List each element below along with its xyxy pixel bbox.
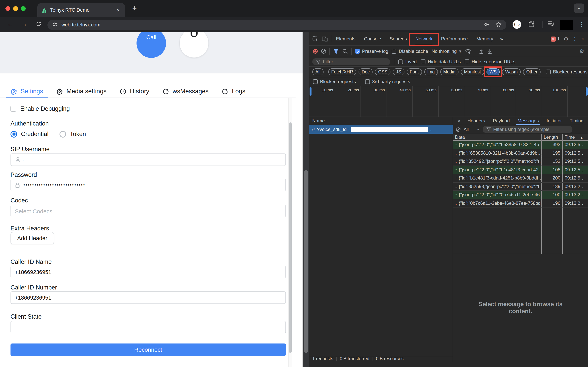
message-row[interactable]: ↓{"id":352593,"jsonrpc":"2.0","method":"… bbox=[453, 183, 588, 191]
error-badge[interactable]: ✕ 1 bbox=[550, 36, 560, 42]
add-header-button[interactable]: Add Header bbox=[10, 232, 54, 244]
tab-close-icon[interactable]: × bbox=[115, 7, 121, 13]
detail-tab-headers[interactable]: Headers bbox=[464, 117, 488, 125]
chip-font[interactable]: Font bbox=[407, 68, 422, 75]
third-party-requests-checkbox[interactable] bbox=[365, 79, 370, 84]
devtools-tab-memory[interactable]: Memory bbox=[472, 32, 497, 46]
chip-css[interactable]: CSS bbox=[375, 68, 391, 75]
preserve-log-toggle[interactable]: Preserve log bbox=[355, 49, 388, 54]
minimize-window-button[interactable] bbox=[13, 6, 18, 11]
message-row[interactable]: ↓{"id":"65385810-82f1-4b3b-80aa-8d9b… 19… bbox=[453, 149, 588, 157]
client-state-input[interactable] bbox=[10, 321, 286, 334]
detail-tab-timing[interactable]: Timing bbox=[567, 117, 587, 125]
message-row[interactable]: ↓{"id":"0b7c6a11-2ebe-46e3-87ee-758bd… 1… bbox=[453, 199, 588, 208]
caller-id-name-input[interactable]: +18669236951 bbox=[10, 266, 286, 278]
name-column-header[interactable]: Name bbox=[309, 117, 453, 125]
filter-funnel-icon[interactable] bbox=[333, 49, 339, 54]
devtools-close-icon[interactable]: × bbox=[581, 36, 584, 42]
radio-token-control[interactable] bbox=[59, 131, 66, 137]
chip-js[interactable]: JS bbox=[393, 68, 404, 75]
reconnect-button[interactable]: Reconnect bbox=[10, 343, 286, 356]
call-button[interactable]: Call bbox=[136, 32, 166, 58]
network-conditions-icon[interactable] bbox=[465, 49, 471, 54]
inspect-element-icon[interactable] bbox=[312, 36, 318, 42]
message-row[interactable]: ↓{"id":352492,"jsonrpc":"2.0","method":"… bbox=[453, 157, 588, 166]
page-scrollbar-thumb[interactable] bbox=[304, 170, 308, 353]
export-har-icon[interactable] bbox=[487, 49, 493, 54]
close-window-button[interactable] bbox=[5, 6, 10, 11]
form-scrollbar-thumb[interactable] bbox=[289, 122, 292, 353]
message-regex-filter-input[interactable]: Filter using regex (example bbox=[483, 126, 572, 133]
invert-toggle[interactable]: Invert bbox=[398, 59, 417, 65]
enable-debugging-checkbox[interactable] bbox=[10, 106, 16, 111]
site-settings-icon[interactable] bbox=[52, 22, 58, 28]
maximize-window-button[interactable] bbox=[21, 6, 26, 11]
detail-tab-payload[interactable]: Payload bbox=[490, 117, 513, 125]
address-bar[interactable]: webrtc.telnyx.com bbox=[47, 20, 506, 30]
chip-ws[interactable]: WS bbox=[486, 68, 500, 75]
chip-other[interactable]: Other bbox=[523, 68, 541, 75]
caller-id-number-input[interactable]: +18669236951 bbox=[10, 292, 286, 304]
bookmark-star-icon[interactable] bbox=[495, 21, 502, 29]
sip-username-input[interactable]: · bbox=[10, 153, 286, 166]
detail-tab-messages[interactable]: Messages bbox=[514, 117, 542, 125]
request-row-selected[interactable]: ⇄ ?voice_sdk_id= . bbox=[309, 125, 453, 134]
hide-extension-urls-checkbox[interactable] bbox=[465, 59, 469, 64]
radio-credential-control[interactable] bbox=[10, 131, 17, 137]
message-type-dropdown[interactable]: All ▼ bbox=[464, 127, 480, 132]
hangup-button[interactable] bbox=[179, 32, 209, 58]
blocked-requests-checkbox[interactable] bbox=[313, 79, 318, 84]
col-data[interactable]: Data bbox=[453, 134, 542, 140]
record-network-log-button[interactable] bbox=[313, 49, 318, 54]
browser-menu-icon[interactable]: ⋮ bbox=[579, 21, 585, 28]
message-row[interactable]: ↑{"jsonrpc":"2.0","id":"65385810-82f1-4b… bbox=[453, 141, 588, 149]
disable-cache-checkbox[interactable] bbox=[392, 49, 396, 54]
network-overview-timeline[interactable]: 10 ms 20 ms 30 ms 40 ms 50 ms 60 ms 70 m… bbox=[309, 86, 588, 117]
codec-select[interactable]: Select Codecs bbox=[10, 205, 286, 217]
detail-tab-initiator[interactable]: Initiator bbox=[544, 117, 565, 125]
import-har-icon[interactable] bbox=[479, 49, 484, 54]
password-input[interactable]: •••••••••••••••••••••••••••• bbox=[10, 179, 286, 191]
page-scrollbar[interactable] bbox=[303, 32, 309, 367]
hide-extension-urls-toggle[interactable]: Hide extension URLs bbox=[465, 59, 515, 65]
devtools-tab-sources[interactable]: Sources bbox=[386, 32, 411, 46]
disable-cache-toggle[interactable]: Disable cache bbox=[392, 49, 428, 54]
preserve-log-checkbox[interactable] bbox=[355, 49, 360, 54]
devtools-tab-network[interactable]: Network bbox=[411, 32, 436, 46]
blocked-response-cookies-toggle[interactable]: Blocked response cookies bbox=[546, 69, 588, 75]
devtools-tab-elements[interactable]: Elements bbox=[332, 32, 359, 46]
media-controls-icon[interactable] bbox=[547, 21, 554, 28]
invert-checkbox[interactable] bbox=[398, 59, 403, 64]
devtools-settings-gear-icon[interactable]: ⚙ bbox=[564, 36, 569, 42]
chip-media[interactable]: Media bbox=[440, 68, 459, 75]
chip-doc[interactable]: Doc bbox=[358, 68, 373, 75]
chip-fetch-xhr[interactable]: Fetch/XHR bbox=[328, 68, 356, 75]
col-length[interactable]: Length bbox=[542, 134, 563, 140]
browser-tab[interactable]: Telnyx RTC Demo × bbox=[37, 3, 125, 17]
timeline-left-handle[interactable] bbox=[310, 87, 312, 96]
timeline-right-handle[interactable] bbox=[586, 87, 588, 96]
third-party-requests-toggle[interactable]: 3rd-party requests bbox=[365, 79, 410, 84]
tab-media-settings[interactable]: Media settings bbox=[56, 85, 107, 98]
network-filter-input[interactable]: Filter bbox=[312, 58, 390, 65]
devtools-tab-performance[interactable]: Performance bbox=[437, 32, 471, 46]
radio-token[interactable]: Token bbox=[59, 131, 86, 138]
chip-all[interactable]: All bbox=[312, 68, 324, 75]
chip-wasm[interactable]: Wasm bbox=[502, 68, 521, 75]
chip-manifest[interactable]: Manifest bbox=[461, 68, 484, 75]
radio-credential[interactable]: Credential bbox=[10, 131, 48, 138]
chip-img[interactable]: Img bbox=[424, 68, 438, 75]
reload-icon[interactable] bbox=[36, 21, 42, 28]
throttling-dropdown[interactable]: No throttling ▾ bbox=[432, 49, 461, 54]
hide-data-urls-toggle[interactable]: Hide data URLs bbox=[421, 59, 461, 65]
tab-wsmessages[interactable]: wsMessages bbox=[162, 85, 209, 98]
devtools-menu-icon[interactable]: ⋮ bbox=[572, 36, 577, 42]
devtools-tab-console[interactable]: Console bbox=[360, 32, 385, 46]
hide-data-urls-checkbox[interactable] bbox=[421, 59, 426, 64]
window-chevron-icon[interactable]: ⌄ bbox=[574, 3, 584, 13]
extensions-puzzle-icon[interactable] bbox=[528, 21, 535, 29]
form-scrollbar[interactable] bbox=[288, 98, 292, 367]
detail-close-icon[interactable]: × bbox=[455, 118, 463, 124]
extension-code-icon[interactable]: {…} bbox=[512, 20, 521, 29]
tab-history[interactable]: History bbox=[120, 85, 149, 98]
